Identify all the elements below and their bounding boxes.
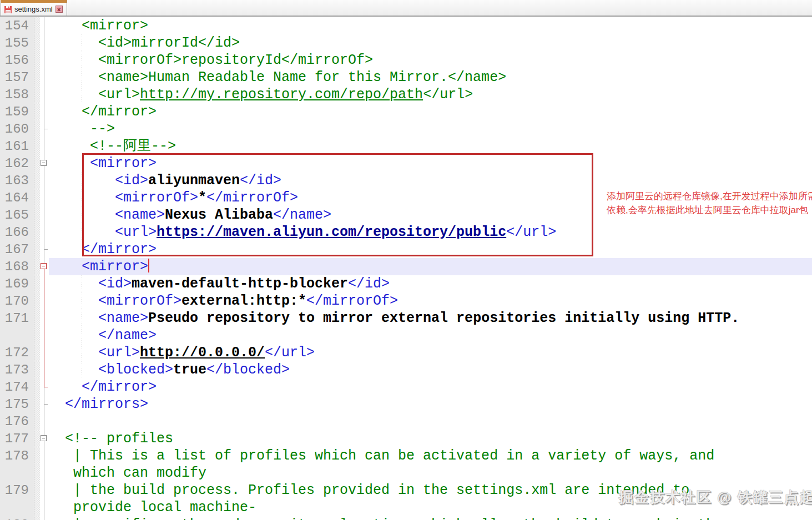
line-number[interactable]: 164: [0, 189, 34, 206]
code-line: which can modify: [0, 465, 812, 482]
line-number[interactable]: 159: [0, 103, 34, 120]
line-number[interactable]: 165: [0, 206, 34, 224]
code-text[interactable]: <mirror>: [49, 258, 812, 275]
code-text[interactable]: <name>Pseudo repository to mirror extern…: [49, 310, 812, 327]
line-number[interactable]: 162: [0, 155, 34, 172]
code-text[interactable]: </name>: [49, 327, 812, 344]
line-number[interactable]: 172: [0, 344, 34, 361]
code-line: 171 <name>Pseudo repository to mirror ex…: [0, 310, 812, 327]
code-text[interactable]: | This is a list of profiles which can b…: [49, 447, 812, 465]
bookmark-margin: [34, 275, 40, 292]
code-line: 176: [0, 413, 812, 430]
bookmark-margin: [34, 17, 40, 34]
fold-margin: [40, 155, 49, 172]
code-line: 158 <url>http://my.repository.com/repo/p…: [0, 86, 812, 103]
code-text[interactable]: <mirrorOf>external:http:*</mirrorOf>: [49, 292, 812, 310]
code-text[interactable]: <url>https://maven.aliyun.com/repository…: [49, 224, 812, 241]
line-number[interactable]: 179: [0, 482, 34, 499]
bookmark-margin: [34, 447, 40, 465]
code-line: </name>: [0, 327, 812, 344]
line-number[interactable]: 178: [0, 447, 34, 465]
fold-margin: [40, 378, 49, 396]
code-text[interactable]: <id>maven-default-http-blocker</id>: [49, 275, 812, 292]
code-text[interactable]: <name>Human Readable Name for this Mirro…: [49, 69, 812, 86]
line-number[interactable]: 154: [0, 17, 34, 34]
code-line: 175 </mirrors>: [0, 396, 812, 413]
code-text[interactable]: <id>mirrorId</id>: [49, 34, 812, 52]
line-number[interactable]: 180: [0, 516, 34, 520]
code-text[interactable]: [49, 413, 812, 430]
code-text[interactable]: | specific paths and repository location…: [49, 516, 812, 520]
editor: 154 <mirror>155 <id>mirrorId</id>156 <mi…: [0, 17, 812, 520]
line-number[interactable]: 160: [0, 120, 34, 138]
line-number[interactable]: 167: [0, 241, 34, 258]
line-number[interactable]: [0, 327, 34, 344]
code-text[interactable]: which can modify: [49, 465, 812, 482]
code-text[interactable]: <url>http://my.repository.com/repo/path<…: [49, 86, 812, 103]
fold-margin: [40, 447, 49, 465]
line-number[interactable]: 156: [0, 52, 34, 69]
fold-margin: [40, 430, 49, 447]
fold-margin: [40, 482, 49, 499]
line-number[interactable]: 175: [0, 396, 34, 413]
code-text[interactable]: <!--阿里-->: [49, 138, 812, 155]
bookmark-margin: [34, 86, 40, 103]
line-number[interactable]: 170: [0, 292, 34, 310]
line-number[interactable]: 169: [0, 275, 34, 292]
code-text[interactable]: -->: [49, 120, 812, 138]
fold-collapse-icon[interactable]: [41, 435, 47, 441]
code-text[interactable]: <mirror>: [49, 17, 812, 34]
line-number[interactable]: [0, 499, 34, 516]
fold-margin: [40, 103, 49, 120]
line-number[interactable]: 155: [0, 34, 34, 52]
code-line: 155 <id>mirrorId</id>: [0, 34, 812, 52]
code-line: 180 | specific paths and repository loca…: [0, 516, 812, 520]
bookmark-margin: [34, 258, 40, 275]
code-text[interactable]: </mirror>: [49, 103, 812, 120]
tab-settings-xml[interactable]: settings.xml ×: [1, 0, 67, 16]
line-number[interactable]: 173: [0, 361, 34, 378]
bookmark-margin: [34, 361, 40, 378]
line-number[interactable]: 163: [0, 172, 34, 189]
code-text[interactable]: <!-- profiles: [49, 430, 812, 447]
bookmark-margin: [34, 34, 40, 52]
bookmark-margin: [34, 344, 40, 361]
fold-collapse-icon[interactable]: [41, 160, 47, 166]
line-number[interactable]: 174: [0, 378, 34, 396]
text-caret: [148, 259, 149, 272]
line-number[interactable]: 171: [0, 310, 34, 327]
fold-margin: [40, 17, 49, 34]
code-text[interactable]: | the build process. Profiles provided i…: [49, 482, 812, 499]
code-text[interactable]: <url>http://0.0.0.0/</url>: [49, 344, 812, 361]
line-number[interactable]: 168: [0, 258, 34, 275]
bookmark-margin: [34, 516, 40, 520]
fold-margin: [40, 138, 49, 155]
bookmark-margin: [34, 327, 40, 344]
line-number[interactable]: 176: [0, 413, 34, 430]
code-text[interactable]: </mirror>: [49, 378, 812, 396]
line-number[interactable]: 158: [0, 86, 34, 103]
code-line: 174 </mirror>: [0, 378, 812, 396]
line-number[interactable]: 157: [0, 69, 34, 86]
code-text[interactable]: <mirror>: [49, 155, 812, 172]
code-text[interactable]: </mirror>: [49, 241, 812, 258]
line-number[interactable]: [0, 465, 34, 482]
code-line: 157 <name>Human Readable Name for this M…: [0, 69, 812, 86]
bookmark-margin: [34, 499, 40, 516]
code-text[interactable]: </mirrors>: [49, 396, 812, 413]
bookmark-margin: [34, 241, 40, 258]
bookmark-margin: [34, 155, 40, 172]
code-line: 172 <url>http://0.0.0.0/</url>: [0, 344, 812, 361]
fold-collapse-icon[interactable]: [41, 263, 47, 269]
fold-margin: [40, 206, 49, 224]
close-icon[interactable]: ×: [56, 6, 63, 13]
fold-margin: [40, 361, 49, 378]
code-text[interactable]: <id>aliyunmaven</id>: [49, 172, 812, 189]
code-text[interactable]: <mirrorOf>repositoryId</mirrorOf>: [49, 52, 812, 69]
fold-margin: [40, 413, 49, 430]
code-text[interactable]: <blocked>true</blocked>: [49, 361, 812, 378]
line-number[interactable]: 166: [0, 224, 34, 241]
line-number[interactable]: 161: [0, 138, 34, 155]
code-text[interactable]: provide local machine-: [49, 499, 812, 516]
line-number[interactable]: 177: [0, 430, 34, 447]
